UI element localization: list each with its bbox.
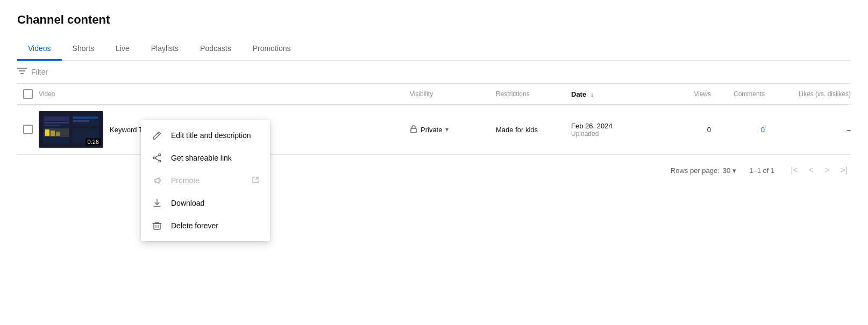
table-header: Video Visibility Restrictions Date ↓ Vie… (17, 84, 851, 105)
context-menu-promote-label: Promote (171, 176, 200, 185)
context-menu-delete-label: Delete forever (171, 221, 218, 230)
page-wrapper: Channel content Videos Shorts Live Playl… (0, 0, 868, 325)
external-link-icon (252, 176, 259, 185)
pencil-icon (152, 131, 162, 140)
rows-per-page-value: 30 (723, 167, 730, 175)
video-thumbnail[interactable]: 0:26 (39, 111, 103, 148)
table-row: 0:26 Keyword Tracking With SEOptimer Pri… (17, 105, 851, 155)
views-cell: 0 (657, 126, 711, 134)
rows-per-page-chevron: ▾ (732, 167, 736, 175)
tab-promotions[interactable]: Promotions (242, 38, 302, 61)
last-page-button[interactable]: >| (837, 163, 851, 177)
context-menu-item-download[interactable]: Download (141, 192, 270, 214)
first-page-button[interactable]: |< (787, 163, 801, 177)
likes-cell: – (765, 126, 851, 134)
context-menu-share-label: Get shareable link (171, 154, 232, 162)
date-cell: Feb 26, 2024 Uploaded (571, 122, 657, 138)
svg-point-17 (159, 154, 161, 156)
tab-shorts[interactable]: Shorts (62, 38, 105, 61)
context-menu-item-edit[interactable]: Edit title and description (141, 124, 270, 147)
tab-podcasts[interactable]: Podcasts (189, 38, 242, 61)
tab-playlists[interactable]: Playlists (140, 38, 189, 61)
svg-rect-6 (44, 122, 69, 124)
date-sub: Uploaded (571, 130, 657, 138)
svg-rect-11 (56, 132, 60, 136)
megaphone-icon (152, 176, 162, 185)
header-date[interactable]: Date ↓ (571, 90, 657, 98)
row-check (17, 125, 39, 134)
filter-bar: Filter (17, 61, 851, 84)
rows-per-page: Rows per page: 30 ▾ (671, 167, 737, 175)
page-info: 1–1 of 1 (749, 167, 774, 175)
svg-rect-10 (51, 131, 55, 136)
svg-rect-13 (73, 117, 98, 119)
context-menu-item-promote[interactable]: Promote (141, 169, 270, 192)
comments-cell[interactable]: 0 (711, 126, 765, 134)
rows-per-page-label: Rows per page: (671, 167, 720, 175)
header-comments: Comments (711, 90, 765, 98)
svg-point-18 (159, 160, 161, 162)
svg-line-23 (255, 177, 258, 180)
visibility-text: Private (421, 126, 442, 134)
tab-videos[interactable]: Videos (17, 38, 62, 61)
filter-icon (17, 67, 27, 77)
row-checkbox[interactable] (23, 125, 33, 134)
select-all-checkbox[interactable] (23, 89, 33, 99)
svg-line-20 (155, 155, 159, 157)
header-views: Views (657, 90, 711, 98)
download-icon (152, 198, 162, 208)
filter-label[interactable]: Filter (31, 68, 48, 76)
tabs-container: Videos Shorts Live Playlists Podcasts Pr… (17, 38, 851, 61)
svg-point-19 (153, 157, 155, 159)
next-page-button[interactable]: > (821, 163, 833, 177)
svg-rect-5 (44, 117, 69, 121)
header-likes: Likes (vs. dislikes) (765, 90, 851, 98)
context-menu: Edit title and description Get shareabl (141, 120, 270, 241)
restrictions-cell: Made for kids (496, 126, 571, 134)
svg-line-21 (155, 158, 159, 161)
svg-rect-14 (73, 120, 89, 122)
lock-icon (410, 125, 417, 135)
rows-per-page-select[interactable]: 30 ▾ (723, 167, 736, 175)
date-sort-icon: ↓ (590, 91, 594, 98)
context-menu-item-delete[interactable]: Delete forever (141, 214, 270, 237)
header-restrictions: Restrictions (496, 90, 571, 98)
svg-rect-7 (44, 125, 60, 126)
prev-page-button[interactable]: < (806, 163, 817, 177)
context-menu-download-label: Download (171, 199, 204, 207)
header-visibility: Visibility (410, 90, 496, 98)
header-check (17, 89, 39, 99)
tab-live[interactable]: Live (105, 38, 140, 61)
share-icon (152, 153, 162, 163)
visibility-dropdown-button[interactable]: ▾ (445, 126, 449, 133)
table-container: Video Visibility Restrictions Date ↓ Vie… (17, 84, 851, 155)
svg-rect-25 (154, 223, 160, 229)
svg-rect-9 (45, 129, 49, 136)
context-menu-item-share[interactable]: Get shareable link (141, 147, 270, 169)
header-video: Video (39, 90, 410, 98)
date-main: Feb 26, 2024 (571, 122, 657, 130)
context-menu-edit-label: Edit title and description (171, 131, 251, 140)
trash-icon (152, 221, 162, 230)
visibility-cell: Private ▾ (410, 125, 496, 135)
thumb-duration: 0:26 (86, 138, 101, 146)
svg-rect-16 (411, 128, 416, 133)
page-title: Channel content (17, 13, 851, 27)
